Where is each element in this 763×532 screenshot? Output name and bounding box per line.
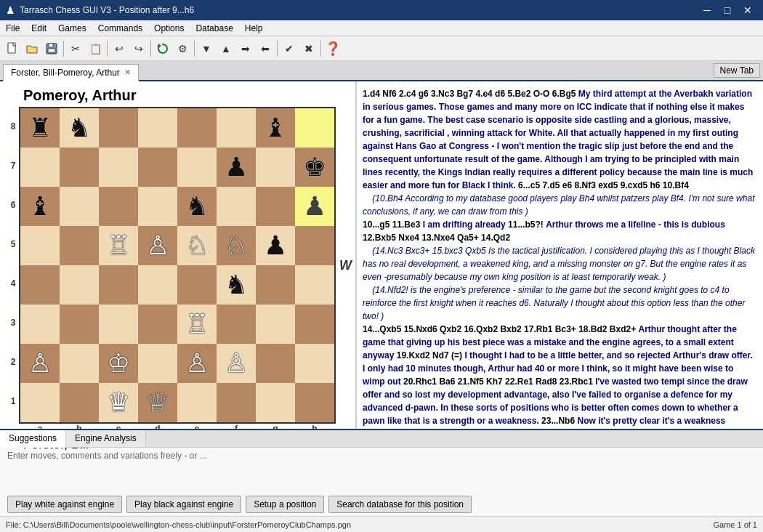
square-d1[interactable]: ♕ — [138, 383, 177, 422]
square-g5[interactable]: ♟ — [256, 226, 295, 265]
square-b8[interactable]: ♞ — [60, 108, 99, 148]
square-h6[interactable]: ♟ — [295, 187, 334, 226]
new-file-button[interactable] — [3, 39, 22, 58]
tab-close-icon[interactable]: ✕ — [124, 68, 131, 77]
nav-down-button[interactable]: ▼ — [197, 39, 216, 58]
square-d5[interactable]: ♙ — [138, 226, 177, 265]
menu-commands[interactable]: Commands — [92, 22, 148, 35]
square-a4[interactable] — [20, 265, 60, 305]
square-f5[interactable]: ♘ — [217, 226, 256, 265]
square-e8[interactable] — [177, 108, 217, 148]
square-e2[interactable]: ♙ — [177, 344, 217, 383]
square-d8[interactable] — [138, 108, 177, 148]
accept-button[interactable]: ✔ — [280, 39, 299, 58]
square-a2[interactable]: ♙ — [20, 344, 60, 383]
square-e5[interactable]: ♘ — [177, 226, 217, 265]
square-h3[interactable] — [295, 305, 334, 344]
square-f8[interactable] — [217, 108, 256, 148]
square-a3[interactable] — [20, 305, 60, 344]
square-h5[interactable] — [295, 226, 334, 265]
square-e4[interactable] — [177, 265, 217, 305]
square-d4[interactable] — [138, 265, 177, 305]
help-button[interactable]: ❓ — [323, 39, 342, 58]
square-e1[interactable] — [177, 383, 217, 422]
menu-options[interactable]: Options — [148, 22, 190, 35]
refresh-button[interactable] — [153, 39, 172, 58]
square-d3[interactable] — [138, 305, 177, 344]
square-h8[interactable] — [295, 108, 334, 148]
square-d2[interactable] — [138, 344, 177, 383]
square-c1[interactable]: ♛ — [99, 383, 138, 422]
square-c7[interactable] — [99, 148, 138, 187]
nav-back-button[interactable]: ⬅ — [256, 39, 275, 58]
open-file-button[interactable] — [23, 39, 41, 58]
square-b2[interactable] — [60, 344, 99, 383]
maximize-button[interactable]: □ — [718, 3, 737, 17]
copy-button[interactable]: 📋 — [86, 39, 105, 58]
square-h1[interactable] — [295, 383, 334, 422]
square-d6[interactable] — [138, 187, 177, 226]
square-g6[interactable] — [256, 187, 295, 226]
save-button[interactable] — [42, 39, 61, 58]
close-button[interactable]: ✕ — [738, 3, 757, 17]
reject-button[interactable]: ✖ — [299, 39, 318, 58]
square-c5[interactable]: ♖ — [99, 226, 138, 265]
square-c3[interactable] — [99, 305, 138, 344]
square-c6[interactable] — [99, 187, 138, 226]
square-a5[interactable] — [20, 226, 60, 265]
search-database-button[interactable]: Search database for this position — [328, 496, 472, 513]
square-g4[interactable] — [256, 265, 295, 305]
square-h4[interactable] — [295, 265, 334, 305]
nav-forward-button[interactable]: ➡ — [236, 39, 255, 58]
square-c8[interactable] — [99, 108, 138, 148]
menu-help[interactable]: Help — [239, 22, 269, 35]
square-h2[interactable] — [295, 344, 334, 383]
chess-board[interactable]: ♜ ♞ ♝ ♟ ♚ — [19, 107, 336, 424]
square-b6[interactable] — [60, 187, 99, 226]
tab-game[interactable]: Forster, Bill-Pomeroy, Arthur ✕ — [3, 64, 139, 81]
square-b1[interactable] — [60, 383, 99, 422]
tab-engine-analysis[interactable]: Engine Analysis — [66, 430, 146, 447]
menu-file[interactable]: File — [0, 22, 25, 35]
minimize-button[interactable]: ─ — [698, 3, 716, 17]
setup-position-button[interactable]: Setup a position — [246, 496, 324, 513]
tab-suggestions[interactable]: Suggestions — [0, 430, 66, 448]
menu-edit[interactable]: Edit — [25, 22, 52, 35]
game-text[interactable]: 1.d4 Nf6 2.c4 g6 3.Nc3 Bg7 4.e4 d6 5.Be2… — [357, 81, 763, 429]
square-f2[interactable]: ♙ — [217, 344, 256, 383]
menu-database[interactable]: Database — [190, 22, 238, 35]
square-c2[interactable]: ♔ — [99, 344, 138, 383]
square-g3[interactable] — [256, 305, 295, 344]
square-b4[interactable] — [60, 265, 99, 305]
square-a7[interactable] — [20, 148, 60, 187]
square-b7[interactable] — [60, 148, 99, 187]
square-c4[interactable] — [99, 265, 138, 305]
cut-button[interactable]: ✂ — [66, 39, 85, 58]
play-black-button[interactable]: Play black against engine — [126, 496, 241, 513]
square-h7[interactable]: ♚ — [295, 148, 334, 187]
square-g2[interactable] — [256, 344, 295, 383]
new-tab-button[interactable]: New Tab — [714, 63, 760, 78]
square-f1[interactable] — [217, 383, 256, 422]
play-white-button[interactable]: Play white against engine — [7, 496, 122, 513]
square-e3[interactable]: ♖ — [177, 305, 217, 344]
square-b5[interactable] — [60, 226, 99, 265]
square-a8[interactable]: ♜ — [20, 108, 60, 148]
settings-button[interactable]: ⚙ — [173, 39, 192, 58]
square-f7[interactable]: ♟ — [217, 148, 256, 187]
square-g1[interactable] — [256, 383, 295, 422]
square-d7[interactable] — [138, 148, 177, 187]
square-e6[interactable]: ♞ — [177, 187, 217, 226]
square-f4[interactable]: ♞ — [217, 265, 256, 305]
square-a6[interactable]: ♝ — [20, 187, 60, 226]
square-f3[interactable] — [217, 305, 256, 344]
nav-up-button[interactable]: ▲ — [217, 39, 235, 58]
menu-games[interactable]: Games — [52, 22, 92, 35]
square-g7[interactable] — [256, 148, 295, 187]
undo-button[interactable]: ↩ — [110, 39, 129, 58]
square-a1[interactable] — [20, 383, 60, 422]
square-g8[interactable]: ♝ — [256, 108, 295, 148]
redo-button[interactable]: ↪ — [129, 39, 148, 58]
square-f6[interactable] — [217, 187, 256, 226]
square-b3[interactable] — [60, 305, 99, 344]
